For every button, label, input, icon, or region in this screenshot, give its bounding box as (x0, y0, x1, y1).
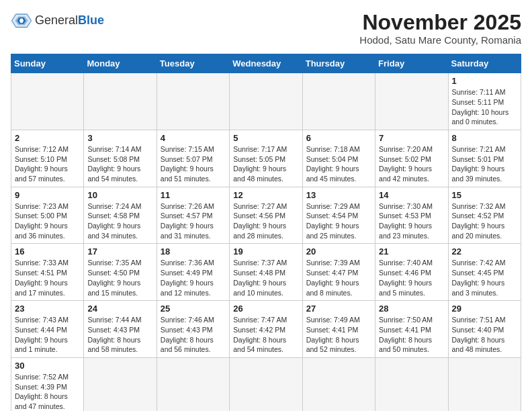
calendar-cell: 28Sunrise: 7:50 AM Sunset: 4:41 PM Dayli… (375, 301, 448, 358)
calendar-cell: 20Sunrise: 7:39 AM Sunset: 4:47 PM Dayli… (302, 244, 375, 301)
logo: GeneralBlue (11, 11, 104, 30)
calendar-week-row: 23Sunrise: 7:43 AM Sunset: 4:44 PM Dayli… (11, 301, 521, 358)
day-info: Sunrise: 7:21 AM Sunset: 5:01 PM Dayligh… (452, 145, 506, 183)
day-info: Sunrise: 7:52 AM Sunset: 4:39 PM Dayligh… (15, 373, 69, 410)
calendar-cell: 5Sunrise: 7:17 AM Sunset: 5:05 PM Daylig… (230, 130, 302, 187)
weekday-header-thursday: Thursday (302, 54, 375, 73)
weekday-header-monday: Monday (84, 54, 157, 73)
weekday-header-friday: Friday (375, 54, 448, 73)
day-number: 2 (15, 133, 80, 143)
day-number: 17 (87, 246, 152, 257)
day-info: Sunrise: 7:18 AM Sunset: 5:04 PM Dayligh… (306, 145, 360, 183)
weekday-header-saturday: Saturday (448, 54, 521, 73)
weekday-header-tuesday: Tuesday (157, 54, 229, 73)
day-number: 24 (87, 304, 152, 314)
calendar-cell: 7Sunrise: 7:20 AM Sunset: 5:02 PM Daylig… (375, 130, 448, 187)
calendar-cell: 16Sunrise: 7:33 AM Sunset: 4:51 PM Dayli… (11, 244, 84, 301)
calendar-cell: 29Sunrise: 7:51 AM Sunset: 4:40 PM Dayli… (448, 301, 521, 358)
calendar-cell: 22Sunrise: 7:42 AM Sunset: 4:45 PM Dayli… (448, 244, 521, 301)
day-info: Sunrise: 7:36 AM Sunset: 4:49 PM Dayligh… (161, 259, 214, 296)
day-number: 13 (306, 190, 371, 200)
day-info: Sunrise: 7:39 AM Sunset: 4:47 PM Dayligh… (306, 259, 360, 296)
calendar-cell: 23Sunrise: 7:43 AM Sunset: 4:44 PM Dayli… (11, 301, 84, 358)
day-info: Sunrise: 7:14 AM Sunset: 5:08 PM Dayligh… (87, 145, 141, 183)
calendar-cell (230, 357, 302, 411)
day-info: Sunrise: 7:50 AM Sunset: 4:41 PM Dayligh… (379, 316, 433, 353)
weekday-header-wednesday: Wednesday (230, 54, 302, 73)
day-number: 26 (233, 304, 298, 314)
location-subtitle: Hodod, Satu Mare County, Romania (359, 34, 521, 46)
calendar-cell: 4Sunrise: 7:15 AM Sunset: 5:07 PM Daylig… (157, 130, 229, 187)
day-info: Sunrise: 7:30 AM Sunset: 4:53 PM Dayligh… (379, 202, 433, 240)
day-info: Sunrise: 7:29 AM Sunset: 4:54 PM Dayligh… (306, 202, 360, 240)
calendar-cell: 15Sunrise: 7:32 AM Sunset: 4:52 PM Dayli… (448, 187, 521, 244)
calendar-cell: 14Sunrise: 7:30 AM Sunset: 4:53 PM Dayli… (375, 187, 448, 244)
logo-text-block: GeneralBlue (35, 13, 104, 28)
calendar-cell: 9Sunrise: 7:23 AM Sunset: 5:00 PM Daylig… (11, 187, 84, 244)
calendar-cell (84, 73, 157, 130)
calendar-cell: 13Sunrise: 7:29 AM Sunset: 4:54 PM Dayli… (302, 187, 375, 244)
day-info: Sunrise: 7:35 AM Sunset: 4:50 PM Dayligh… (87, 259, 141, 296)
day-number: 19 (233, 246, 298, 257)
day-info: Sunrise: 7:32 AM Sunset: 4:52 PM Dayligh… (452, 202, 506, 240)
calendar-cell (302, 73, 375, 130)
weekday-header-row: SundayMondayTuesdayWednesdayThursdayFrid… (11, 54, 521, 73)
day-number: 3 (87, 133, 152, 143)
day-info: Sunrise: 7:42 AM Sunset: 4:45 PM Dayligh… (452, 259, 506, 296)
day-info: Sunrise: 7:24 AM Sunset: 4:58 PM Dayligh… (87, 202, 141, 240)
calendar-cell: 11Sunrise: 7:26 AM Sunset: 4:57 PM Dayli… (157, 187, 229, 244)
day-info: Sunrise: 7:12 AM Sunset: 5:10 PM Dayligh… (15, 145, 69, 183)
day-info: Sunrise: 7:33 AM Sunset: 4:51 PM Dayligh… (15, 259, 69, 296)
day-number: 21 (379, 246, 444, 257)
calendar-week-row: 9Sunrise: 7:23 AM Sunset: 5:00 PM Daylig… (11, 187, 521, 244)
weekday-header-sunday: Sunday (11, 54, 84, 73)
calendar-cell: 6Sunrise: 7:18 AM Sunset: 5:04 PM Daylig… (302, 130, 375, 187)
day-number: 28 (379, 304, 444, 314)
calendar-cell: 3Sunrise: 7:14 AM Sunset: 5:08 PM Daylig… (84, 130, 157, 187)
day-info: Sunrise: 7:26 AM Sunset: 4:57 PM Dayligh… (161, 202, 214, 240)
day-number: 15 (452, 190, 517, 200)
day-number: 14 (379, 190, 444, 200)
day-info: Sunrise: 7:43 AM Sunset: 4:44 PM Dayligh… (15, 316, 69, 353)
day-number: 5 (233, 133, 298, 143)
calendar-cell: 27Sunrise: 7:49 AM Sunset: 4:41 PM Dayli… (302, 301, 375, 358)
day-info: Sunrise: 7:40 AM Sunset: 4:46 PM Dayligh… (379, 259, 433, 296)
day-info: Sunrise: 7:47 AM Sunset: 4:42 PM Dayligh… (233, 316, 287, 353)
day-number: 18 (161, 246, 226, 257)
title-block: November 2025 Hodod, Satu Mare County, R… (359, 11, 521, 46)
calendar-week-row: 1Sunrise: 7:11 AM Sunset: 5:11 PM Daylig… (11, 73, 521, 130)
calendar-week-row: 2Sunrise: 7:12 AM Sunset: 5:10 PM Daylig… (11, 130, 521, 187)
calendar-week-row: 30Sunrise: 7:52 AM Sunset: 4:39 PM Dayli… (11, 357, 521, 411)
day-info: Sunrise: 7:11 AM Sunset: 5:11 PM Dayligh… (452, 88, 509, 126)
calendar-cell: 17Sunrise: 7:35 AM Sunset: 4:50 PM Dayli… (84, 244, 157, 301)
day-number: 27 (306, 304, 371, 314)
day-number: 12 (233, 190, 298, 200)
calendar-cell (302, 357, 375, 411)
calendar-cell (157, 73, 229, 130)
day-info: Sunrise: 7:44 AM Sunset: 4:43 PM Dayligh… (87, 316, 141, 353)
calendar-week-row: 16Sunrise: 7:33 AM Sunset: 4:51 PM Dayli… (11, 244, 521, 301)
calendar-cell: 24Sunrise: 7:44 AM Sunset: 4:43 PM Dayli… (84, 301, 157, 358)
day-number: 4 (161, 133, 226, 143)
calendar-cell (448, 357, 521, 411)
day-info: Sunrise: 7:49 AM Sunset: 4:41 PM Dayligh… (306, 316, 360, 353)
calendar-table: SundayMondayTuesdayWednesdayThursdayFrid… (11, 54, 521, 411)
day-number: 20 (306, 246, 371, 257)
day-info: Sunrise: 7:27 AM Sunset: 4:56 PM Dayligh… (233, 202, 287, 240)
day-info: Sunrise: 7:15 AM Sunset: 5:07 PM Dayligh… (161, 145, 214, 183)
calendar-cell: 10Sunrise: 7:24 AM Sunset: 4:58 PM Dayli… (84, 187, 157, 244)
day-number: 7 (379, 133, 444, 143)
day-number: 6 (306, 133, 371, 143)
calendar-cell: 12Sunrise: 7:27 AM Sunset: 4:56 PM Dayli… (230, 187, 302, 244)
logo-general-text: General (35, 13, 78, 28)
day-number: 9 (15, 190, 80, 200)
calendar-cell: 2Sunrise: 7:12 AM Sunset: 5:10 PM Daylig… (11, 130, 84, 187)
calendar-cell (375, 73, 448, 130)
calendar-cell: 26Sunrise: 7:47 AM Sunset: 4:42 PM Dayli… (230, 301, 302, 358)
calendar-cell: 8Sunrise: 7:21 AM Sunset: 5:01 PM Daylig… (448, 130, 521, 187)
day-number: 8 (452, 133, 517, 143)
calendar-cell: 25Sunrise: 7:46 AM Sunset: 4:43 PM Dayli… (157, 301, 229, 358)
day-number: 1 (452, 76, 517, 86)
calendar-cell: 1Sunrise: 7:11 AM Sunset: 5:11 PM Daylig… (448, 73, 521, 130)
day-info: Sunrise: 7:37 AM Sunset: 4:48 PM Dayligh… (233, 259, 287, 296)
